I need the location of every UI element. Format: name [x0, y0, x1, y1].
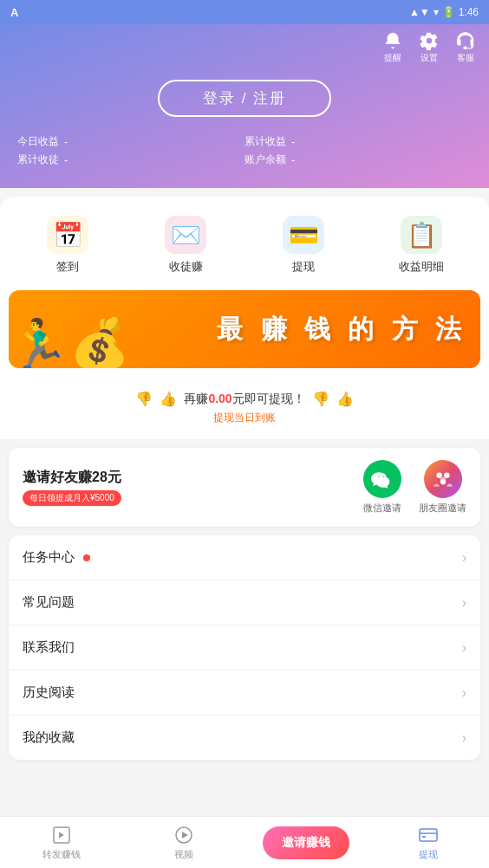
battery-icon: 🔋 — [442, 6, 455, 18]
svg-marker-5 — [182, 832, 188, 839]
account-balance-label: 账户余额 — [244, 152, 286, 167]
svg-rect-8 — [422, 836, 426, 838]
settings-icon — [420, 31, 439, 50]
task-center-left: 任务中心 — [23, 549, 90, 566]
total-recruits-label: 累计收徒 — [17, 152, 59, 167]
pengyouquan-icon — [424, 460, 462, 498]
task-red-dot — [83, 554, 90, 561]
nav-forward-earn-label: 转发赚钱 — [42, 848, 81, 861]
total-recruits-stat: 累计收徒 - — [17, 152, 244, 167]
account-balance-stat: 账户余额 - — [244, 152, 472, 167]
task-center-label: 任务中心 — [23, 549, 75, 566]
service-icon — [456, 31, 475, 50]
promo-banner[interactable]: 🏃‍♂️💰 最 赚 钱 的 方 法 — [9, 290, 480, 368]
my-favorites-menu-item[interactable]: 我的收藏 › — [9, 716, 480, 760]
service-label: 客服 — [457, 52, 474, 64]
nav-video[interactable]: 视频 — [122, 825, 244, 861]
total-earnings-label: 累计收益 — [244, 134, 286, 149]
status-bar: A ▲▼ ▾ 🔋 1:46 — [0, 0, 489, 24]
svg-point-1 — [444, 472, 449, 478]
bell-button[interactable]: 提醒 — [383, 31, 402, 64]
signal-icon: ▲▼ — [409, 6, 430, 18]
invite-title: 邀请好友赚28元 — [23, 469, 121, 487]
contact-us-label: 联系我们 — [23, 639, 75, 656]
bell-icon — [383, 31, 402, 50]
checkin-label: 签到 — [56, 259, 79, 275]
svg-rect-6 — [420, 829, 437, 841]
svg-point-0 — [436, 472, 442, 478]
wechat-icon — [363, 460, 401, 498]
earn-amount: 0.00 — [208, 392, 231, 405]
withdraw-icon: 💳 — [283, 216, 324, 254]
wifi-icon: ▾ — [434, 6, 439, 18]
history-read-menu-item[interactable]: 历史阅读 › — [9, 670, 480, 716]
total-recruits-value: - — [64, 154, 68, 166]
recruit-icon: ✉️ — [165, 216, 206, 254]
withdraw-nav-icon — [418, 825, 439, 845]
total-earnings-stat: 累计收益 - — [244, 134, 472, 149]
earn-text: 再赚0.00元即可提现！ — [184, 392, 304, 407]
quick-actions: 📅 签到 ✉️ 收徒赚 💳 提现 📋 收益明细 — [0, 211, 489, 280]
nav-center: 邀请赚钱 — [244, 826, 367, 859]
login-register-button[interactable]: 登录 / 注册 — [158, 80, 331, 117]
earn-subtext: 提现当日到账 — [0, 411, 489, 425]
faq-arrow: › — [462, 595, 466, 611]
settings-button[interactable]: 设置 — [420, 31, 439, 64]
time-display: 1:46 — [459, 6, 479, 18]
task-center-menu-item[interactable]: 任务中心 › — [9, 535, 480, 580]
faq-menu-item[interactable]: 常见问题 › — [9, 580, 480, 625]
nav-video-label: 视频 — [174, 848, 193, 861]
my-favorites-left: 我的收藏 — [23, 729, 75, 746]
wechat-invite-button[interactable]: 微信邀请 — [363, 460, 401, 515]
nav-forward-earn[interactable]: 转发赚钱 — [0, 825, 122, 861]
service-button[interactable]: 客服 — [456, 31, 475, 64]
task-center-arrow: › — [462, 550, 466, 566]
thumb-down-right-icon: 👎 — [312, 391, 329, 407]
my-favorites-label: 我的收藏 — [23, 729, 75, 746]
earnings-detail-button[interactable]: 📋 收益明细 — [362, 211, 480, 280]
banner-text: 最 赚 钱 的 方 法 — [217, 312, 466, 347]
earn-info-section: 👎 👍 再赚0.00元即可提现！ 👎 👍 提现当日到账 — [0, 379, 489, 431]
invite-right: 微信邀请 朋友圈邀请 — [363, 460, 466, 515]
contact-us-menu-item[interactable]: 联系我们 › — [9, 625, 480, 670]
earnings-detail-label: 收益明细 — [399, 259, 444, 275]
history-read-label: 历史阅读 — [23, 684, 75, 701]
recruit-earn-button[interactable]: ✉️ 收徒赚 — [127, 211, 244, 280]
history-read-arrow: › — [462, 685, 466, 701]
faq-label: 常见问题 — [23, 594, 75, 611]
today-earnings-stat: 今日收益 - — [17, 134, 244, 149]
invite-badge: 每日领提成月入¥5000 — [23, 490, 121, 506]
invite-earn-button[interactable]: 邀请赚钱 — [263, 826, 349, 859]
nav-withdraw[interactable]: 提现 — [367, 825, 489, 861]
history-read-left: 历史阅读 — [23, 684, 75, 701]
thumb-up-right-icon: 👍 — [336, 391, 354, 407]
pengyouquan-invite-label: 朋友圈邀请 — [419, 502, 466, 515]
pengyouquan-invite-button[interactable]: 朋友圈邀请 — [419, 460, 466, 515]
my-favorites-arrow: › — [462, 730, 466, 746]
white-card: 📅 签到 ✉️ 收徒赚 💳 提现 📋 收益明细 🏃‍♂️💰 最 赚 钱 的 方 … — [0, 197, 489, 439]
checkin-button[interactable]: 📅 签到 — [9, 211, 127, 280]
bottom-nav: 转发赚钱 视频 邀请赚钱 提现 — [0, 816, 489, 868]
withdraw-button[interactable]: 💳 提现 — [244, 211, 362, 280]
nav-withdraw-label: 提现 — [419, 848, 438, 861]
faq-left: 常见问题 — [23, 594, 75, 611]
earn-icons-row: 👎 👍 再赚0.00元即可提现！ 👎 👍 — [0, 391, 489, 407]
contact-us-arrow: › — [462, 640, 466, 656]
recruit-label: 收徒赚 — [169, 259, 203, 275]
withdraw-label: 提现 — [292, 259, 315, 275]
today-earnings-value: - — [64, 136, 68, 148]
banner-figure: 🏃‍♂️💰 — [9, 320, 130, 368]
checkin-icon: 📅 — [47, 216, 88, 254]
wechat-invite-label: 微信邀请 — [363, 502, 401, 515]
play-icon — [173, 825, 194, 845]
total-earnings-value: - — [291, 136, 295, 148]
menu-section: 任务中心 › 常见问题 › 联系我们 › 历史阅读 › 我的收藏 — [9, 535, 480, 760]
content-wrap: 📅 签到 ✉️ 收徒赚 💳 提现 📋 收益明细 🏃‍♂️💰 最 赚 钱 的 方 … — [0, 197, 489, 827]
earnings-detail-icon: 📋 — [401, 216, 442, 254]
top-icons-bar: 提醒 设置 客服 — [0, 24, 489, 71]
thumb-down-left-icon: 👎 — [135, 391, 153, 407]
status-right: ▲▼ ▾ 🔋 1:46 — [409, 6, 479, 18]
bell-label: 提醒 — [384, 52, 401, 64]
today-earnings-label: 今日收益 — [17, 134, 59, 149]
login-button-wrap: 登录 / 注册 — [0, 80, 489, 117]
